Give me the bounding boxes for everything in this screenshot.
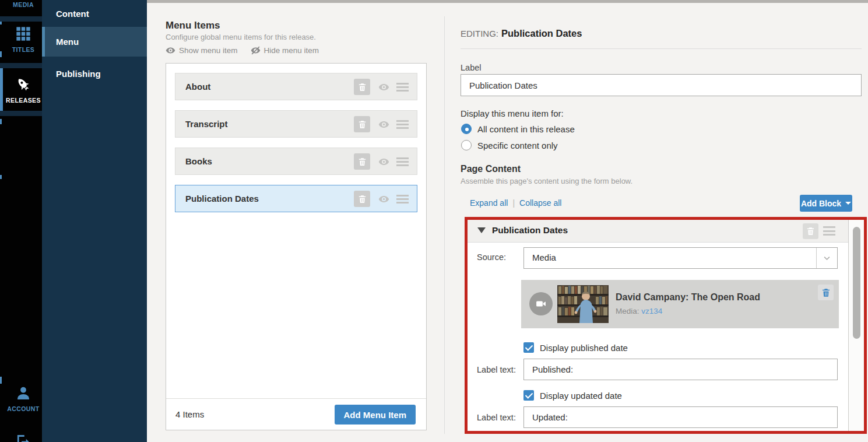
visibility-toggle-eye-icon[interactable] — [378, 194, 390, 205]
selected-media-item: David Campany: The Open Road Media: vz13… — [521, 280, 839, 328]
sidebar-item-account[interactable]: ACCOUNT — [5, 385, 42, 412]
checkbox-checked-icon — [523, 342, 534, 353]
logout-button[interactable] — [5, 434, 42, 442]
video-camera-icon — [535, 298, 547, 310]
delete-menu-item-button[interactable] — [354, 116, 370, 132]
radio-label: All content in this release — [477, 124, 575, 134]
active-indicator — [0, 68, 3, 111]
delete-menu-item-button[interactable] — [354, 79, 370, 95]
show-menu-item-action[interactable]: Show menu item — [166, 45, 238, 55]
chevron-down-icon — [816, 248, 837, 268]
add-block-label: Add Block — [801, 199, 841, 208]
source-label: Source: — [477, 252, 506, 262]
radio-selected-icon — [461, 124, 472, 134]
updated-label-input[interactable] — [523, 406, 838, 428]
visibility-toggle-eye-icon[interactable] — [378, 119, 390, 130]
sidebar-item-label: RELEASES — [5, 97, 42, 104]
active-indicator — [42, 27, 45, 57]
editing-prefix: EDITING: — [461, 29, 498, 38]
subnav-item-label: Content — [56, 9, 89, 19]
drag-handle-icon[interactable] — [396, 83, 409, 92]
published-label-text-label: Label text: — [477, 365, 516, 374]
media-title: David Campany: The Open Road — [616, 292, 760, 303]
scrollbar-thumb[interactable] — [853, 227, 860, 339]
display-published-date-checkbox[interactable]: Display published date — [523, 342, 628, 353]
drag-handle-icon[interactable] — [823, 226, 835, 236]
clipped-content-fragment — [0, 377, 2, 384]
media-meta: Media: vz134 — [616, 307, 662, 315]
page-content-subtitle: Assemble this page's content using the f… — [461, 177, 632, 185]
remove-media-button[interactable] — [818, 285, 834, 300]
updated-label-text-label: Label text: — [477, 413, 516, 422]
media-id-link[interactable]: vz134 — [641, 307, 662, 315]
hide-menu-item-label: Hide menu item — [264, 46, 319, 55]
editing-title: Publication Dates — [501, 28, 582, 38]
subnav-item-content[interactable]: Content — [42, 0, 147, 27]
drag-handle-icon[interactable] — [396, 195, 409, 204]
menu-item-row-books[interactable]: Books — [175, 148, 417, 175]
media-thumbnail — [557, 285, 609, 323]
nav-separator — [0, 63, 42, 68]
checkbox-label: Display updated date — [540, 391, 622, 401]
subnav-item-menu[interactable]: Menu — [42, 27, 147, 57]
trash-icon — [357, 194, 367, 204]
trash-icon — [357, 157, 367, 167]
media-type-badge — [529, 292, 553, 315]
delete-block-button[interactable] — [803, 223, 818, 239]
visibility-toggle-eye-icon[interactable] — [378, 156, 390, 167]
radio-all-content[interactable]: All content in this release — [461, 124, 575, 134]
block-scrollbar[interactable] — [848, 220, 864, 431]
display-updated-date-checkbox[interactable]: Display updated date — [523, 390, 622, 401]
sidebar-item-titles[interactable]: TITLES — [5, 26, 42, 53]
source-select[interactable]: Media — [523, 247, 838, 269]
menu-item-row-transcript[interactable]: Transcript — [175, 110, 417, 138]
published-label-input[interactable] — [523, 359, 838, 380]
rocket-icon — [12, 73, 34, 96]
block-title: Publication Dates — [492, 225, 568, 236]
drag-handle-icon[interactable] — [396, 120, 409, 129]
menu-items-title: Menu Items — [166, 20, 220, 31]
eye-icon — [166, 45, 175, 55]
label-input[interactable] — [461, 74, 862, 96]
primary-nav-rail: MEDIA TITLES RELEASES — [0, 0, 42, 442]
trash-icon — [357, 82, 367, 92]
hide-menu-item-action[interactable]: Hide menu item — [251, 45, 319, 55]
radio-specific-content[interactable]: Specific content only — [461, 140, 558, 150]
clipped-content-fragment — [0, 119, 2, 124]
delete-menu-item-button[interactable] — [354, 191, 370, 207]
menu-items-actions: Show menu item Hide menu item — [166, 45, 319, 55]
menu-item-row-publication-dates[interactable]: Publication Dates — [175, 185, 417, 212]
sidebar-item-releases[interactable]: RELEASES — [5, 68, 42, 111]
app-window: MEDIA TITLES RELEASES — [0, 0, 868, 442]
menu-item-row-about[interactable]: About — [175, 73, 417, 100]
checkbox-checked-icon — [523, 390, 534, 401]
expand-all-link[interactable]: Expand all — [470, 198, 508, 208]
trash-icon — [821, 287, 831, 298]
grid-icon — [15, 26, 31, 42]
delete-menu-item-button[interactable] — [354, 153, 370, 170]
block-header: Publication Dates — [468, 220, 848, 243]
visibility-toggle-eye-icon[interactable] — [378, 82, 390, 93]
collapse-all-link[interactable]: Collapse all — [519, 198, 561, 208]
media-meta-label: Media: — [616, 307, 639, 315]
items-count: 4 Items — [175, 409, 204, 419]
checkbox-label: Display published date — [540, 343, 628, 353]
source-select-value: Media — [532, 252, 556, 262]
clipped-content-fragment — [0, 175, 2, 179]
secondary-nav: Content Menu Publishing — [42, 0, 147, 442]
page-content-title: Page Content — [461, 164, 521, 174]
collapse-caret-icon[interactable] — [477, 227, 486, 233]
add-menu-item-button[interactable]: Add Menu Item — [335, 405, 416, 425]
drag-handle-icon[interactable] — [396, 157, 409, 166]
column-divider — [444, 16, 445, 434]
add-block-button[interactable]: Add Block — [800, 195, 852, 212]
link-separator: | — [512, 198, 515, 208]
eye-slash-icon — [251, 45, 261, 55]
menu-item-label: Transcript — [185, 119, 228, 129]
editing-header: EDITING:Publication Dates — [461, 28, 582, 39]
menu-item-label: Publication Dates — [185, 194, 259, 204]
nav-separator — [0, 111, 42, 116]
subnav-item-publishing[interactable]: Publishing — [42, 57, 147, 90]
sidebar-item-media[interactable]: MEDIA — [5, 1, 42, 8]
logout-icon — [15, 434, 31, 442]
